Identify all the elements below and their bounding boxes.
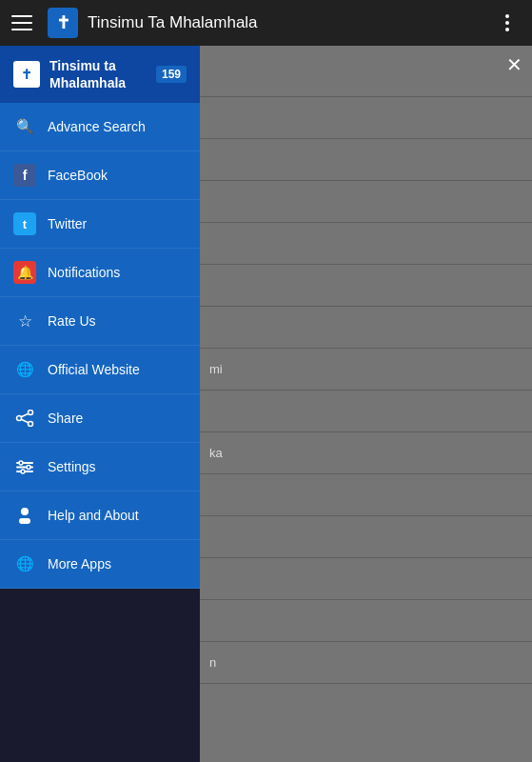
search-icon: 🔍 [13, 115, 36, 138]
sidebar-header[interactable]: ✝ Tinsimu taMhalamhala 159 [0, 46, 200, 103]
sidebar-label-more-apps: More Apps [48, 556, 111, 572]
list-item [200, 474, 532, 516]
sidebar-label-share: Share [48, 411, 83, 426]
star-icon: ☆ [13, 310, 36, 332]
sidebar-label-twitter: Twitter [48, 216, 87, 231]
list-item [200, 600, 532, 642]
settings-icon [13, 455, 36, 478]
list-item: ka [200, 432, 532, 474]
sidebar-item-rate-us[interactable]: ☆ Rate Us [0, 297, 200, 346]
twitter-icon: t [13, 212, 36, 235]
notification-badge: 159 [156, 66, 187, 83]
sidebar-item-notifications[interactable]: 🔔 Notifications [0, 249, 200, 297]
share-icon [13, 407, 36, 430]
sidebar-label-facebook: FaceBook [48, 168, 108, 183]
list-item: n [200, 642, 532, 684]
svg-point-2 [29, 422, 33, 427]
sidebar-label-rate-us: Rate Us [48, 313, 96, 329]
sidebar-item-settings[interactable]: Settings [0, 443, 200, 491]
more-options-button[interactable] [494, 10, 521, 36]
sidebar-item-official-website[interactable]: 🌐 Official Website [0, 346, 200, 394]
more-apps-icon: 🌐 [13, 552, 36, 575]
svg-point-10 [21, 470, 25, 473]
app-title: Tinsimu Ta Mhalamhala [88, 13, 494, 32]
globe-icon: 🌐 [13, 358, 36, 381]
sidebar-label-notifications: Notifications [48, 265, 120, 280]
app-logo: ✝ [48, 8, 78, 38]
svg-point-9 [27, 466, 30, 470]
sidebar-label-help-and-about: Help and About [48, 508, 139, 523]
hamburger-menu-button[interactable] [11, 10, 38, 36]
sidebar-item-facebook[interactable]: f FaceBook [0, 151, 200, 200]
sidebar-item-help-and-about[interactable]: Help and About [0, 491, 200, 540]
list-item [200, 55, 532, 97]
sidebar-header-icon: ✝ [13, 61, 40, 88]
facebook-icon: f [13, 164, 36, 187]
svg-line-4 [21, 420, 29, 424]
content-list: mi ka n [200, 46, 532, 693]
content-area: ✕ mi ka n [200, 46, 532, 762]
sidebar-drawer: ✝ Tinsimu taMhalamhala 159 🔍 Advance Sea… [0, 46, 200, 762]
list-item [200, 97, 532, 139]
list-item [200, 391, 532, 432]
notification-icon: 🔔 [13, 261, 36, 284]
sidebar-item-more-apps[interactable]: 🌐 More Apps [0, 540, 200, 589]
list-item: mi [200, 349, 532, 391]
app-bar: ✝ Tinsimu Ta Mhalamhala [0, 0, 532, 46]
sidebar-item-share[interactable]: Share [0, 394, 200, 443]
main-layout: ✝ Tinsimu taMhalamhala 159 🔍 Advance Sea… [0, 46, 532, 762]
sidebar-header-title: Tinsimu taMhalamhala [49, 57, 156, 91]
sidebar-label-settings: Settings [48, 459, 96, 474]
close-button[interactable]: ✕ [506, 53, 522, 76]
sidebar-item-advance-search[interactable]: 🔍 Advance Search [0, 103, 200, 151]
list-item [200, 516, 532, 558]
svg-point-0 [29, 411, 33, 415]
help-icon [13, 504, 36, 527]
cross-icon: ✝ [21, 67, 32, 82]
svg-line-3 [21, 414, 29, 418]
svg-point-8 [19, 461, 23, 465]
list-item [200, 265, 532, 307]
list-item [200, 558, 532, 600]
svg-point-11 [21, 508, 29, 515]
svg-rect-12 [19, 518, 30, 524]
sidebar-bottom-area [0, 589, 200, 762]
list-item [200, 307, 532, 349]
sidebar-item-twitter[interactable]: t Twitter [0, 200, 200, 249]
list-item [200, 139, 532, 181]
list-item [200, 181, 532, 223]
list-item [200, 223, 532, 265]
sidebar-label-advance-search: Advance Search [48, 119, 146, 134]
svg-point-1 [17, 416, 22, 421]
sidebar-label-official-website: Official Website [48, 362, 140, 377]
